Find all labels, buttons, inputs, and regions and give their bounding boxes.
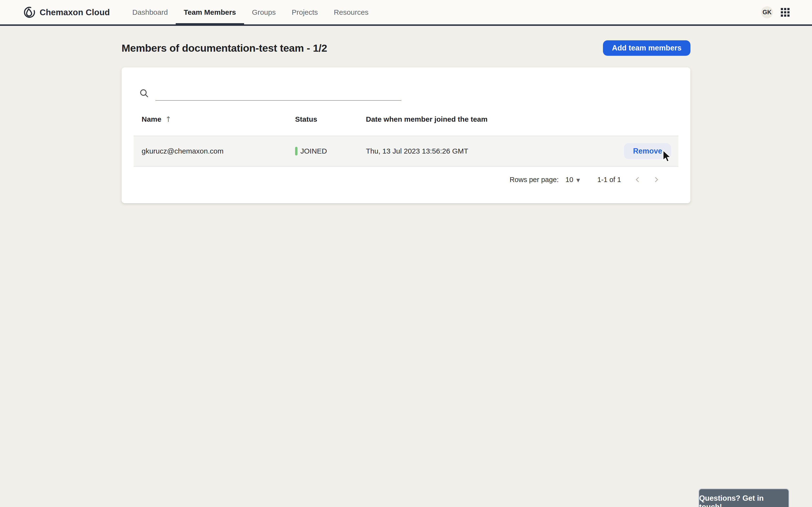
dropdown-arrow-icon: ▼: [576, 178, 580, 182]
table-row: gkurucz@chemaxon.com JOINED Thu, 13 Jul …: [134, 136, 678, 167]
nav-tab-dashboard[interactable]: Dashboard: [124, 0, 176, 24]
brand-logo[interactable]: Chemaxon Cloud: [23, 6, 110, 18]
search-icon: [139, 88, 150, 99]
row-actions: Remove: [624, 143, 678, 159]
brand-name: Chemaxon Cloud: [40, 7, 110, 17]
chevron-left-icon: [633, 175, 642, 184]
members-card: Name ↑ Status Date when member joined th…: [121, 67, 691, 203]
top-nav-bar: Chemaxon Cloud Dashboard Team Members Gr…: [0, 0, 812, 26]
main-content: Members of documentation-test team - 1/2…: [121, 40, 691, 203]
app-grid-icon: [781, 8, 790, 17]
sort-ascending-icon[interactable]: ↑: [165, 116, 171, 123]
member-email: gkurucz@chemaxon.com: [134, 147, 295, 155]
pagination-range-label: 1-1 of 1: [597, 176, 621, 184]
pagination-bar: Rows per page: 10 ▼ 1-1 of 1: [510, 172, 662, 187]
column-header-status: Status: [295, 115, 366, 123]
title-row: Members of documentation-test team - 1/2…: [121, 40, 691, 56]
member-status-cell: JOINED: [295, 147, 366, 156]
app-grid-button[interactable]: [781, 8, 790, 17]
rows-per-page-value: 10: [565, 176, 573, 184]
status-joined-indicator: [295, 147, 298, 156]
nav-tab-team-members[interactable]: Team Members: [176, 0, 244, 24]
topbar-right: GK: [761, 6, 790, 18]
column-header-joined-date: Date when member joined the team: [366, 115, 671, 123]
search-input[interactable]: [155, 87, 401, 101]
main-nav: Dashboard Team Members Groups Projects R…: [124, 0, 376, 24]
user-avatar[interactable]: GK: [761, 6, 773, 18]
nav-tab-resources[interactable]: Resources: [326, 0, 376, 24]
column-header-name[interactable]: Name ↑: [134, 115, 295, 123]
nav-tab-projects[interactable]: Projects: [284, 0, 326, 24]
chat-widget-tab[interactable]: Questions? Get in touch!: [698, 489, 789, 507]
add-team-members-button[interactable]: Add team members: [603, 40, 691, 56]
member-joined-date: Thu, 13 Jul 2023 13:56:26 GMT: [366, 147, 624, 155]
rows-per-page-label: Rows per page:: [510, 176, 559, 184]
rows-per-page-select[interactable]: 10 ▼: [565, 176, 580, 184]
status-label: JOINED: [300, 147, 327, 155]
next-page-button[interactable]: [651, 174, 662, 185]
chevron-right-icon: [652, 175, 661, 184]
column-header-name-label: Name: [142, 115, 161, 123]
previous-page-button[interactable]: [632, 174, 643, 185]
table-header-row: Name ↑ Status Date when member joined th…: [134, 106, 678, 132]
nav-tab-groups[interactable]: Groups: [244, 0, 284, 24]
remove-member-button[interactable]: Remove: [624, 143, 671, 159]
app-window: Chemaxon Cloud Dashboard Team Members Gr…: [0, 0, 812, 507]
page-title: Members of documentation-test team - 1/2: [121, 42, 327, 54]
chemaxon-logo-icon: [23, 6, 36, 18]
